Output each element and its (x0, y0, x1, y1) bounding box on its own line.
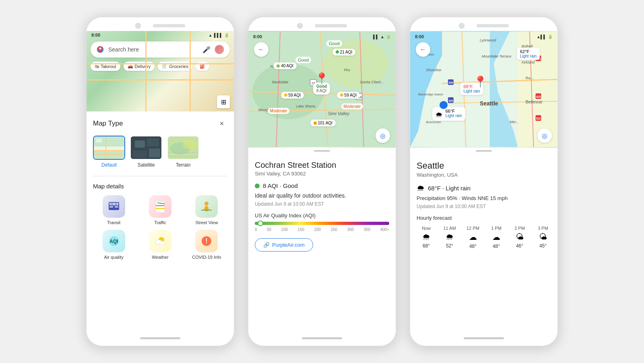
svg-text:Bardsdale: Bardsdale (272, 80, 288, 84)
map-type-satellite[interactable]: Satellite (130, 136, 162, 168)
aqi-dot (336, 50, 339, 54)
phone-2-speaker (315, 24, 347, 27)
detail-airquality[interactable]: AQI Air quality (93, 230, 134, 260)
location-address: Simi Valley, CA 93062 (255, 171, 389, 177)
detail-transit[interactable]: Transit (93, 195, 134, 225)
svg-rect-3 (94, 146, 125, 151)
status-icons: ▲ ▌▌▌ 🔋 (208, 33, 229, 37)
purpleair-link[interactable]: 🔗 PurpleAir.com (255, 238, 313, 252)
weather-badge-62: 62°F Light rain (517, 47, 540, 60)
hourly-time: 11 AM (443, 226, 456, 231)
aqi-scale: 0 50 100 150 200 250 300 350 400+ (255, 227, 389, 232)
hourly-item-2: 12 PM ☁ 48° (463, 226, 483, 249)
hourly-weather-icon: ☁ (469, 232, 477, 242)
scroll-bar-3 (476, 150, 492, 152)
hourly-weather-icon: ☁ (492, 232, 500, 242)
mic-icon[interactable]: 🎤 (202, 46, 211, 54)
hourly-time: 1 PM (491, 226, 502, 231)
hourly-item-4: 2 PM 🌤 46° (510, 226, 529, 249)
satellite-thumb-bg (131, 136, 161, 159)
aqi-status-dot (255, 184, 260, 188)
svg-text:Bainbridge Island: Bainbridge Island (418, 93, 443, 96)
location-pin-2: 📍 (315, 72, 329, 85)
aqi-bar-marker (258, 221, 263, 226)
status-bar-1: 8:00 ▲ ▌▌▌ 🔋 (87, 31, 234, 39)
map-details-grid: Transit Traffic (93, 195, 227, 260)
signal-icon-2: ▌▌ (373, 35, 379, 39)
svg-text:Lake Sherw...: Lake Sherw... (296, 104, 318, 108)
map-type-default[interactable]: Default (93, 136, 125, 168)
hourly-temp: 68° (423, 243, 430, 249)
aqi-badge-59-l: 59 AQI (281, 92, 304, 99)
close-button[interactable]: × (216, 118, 227, 129)
hourly-temp: 46° (516, 243, 523, 249)
aqi-value: 8 AQI · Good (263, 182, 298, 189)
svg-rect-8 (135, 140, 145, 148)
map-preview: 8:00 ▲ ▌▌▌ 🔋 Search here 🎤 (87, 31, 234, 111)
scale-150: 150 (297, 227, 304, 232)
aqi-badge-59-r: 59 AQI (337, 92, 360, 99)
locate-button-3[interactable]: ◎ (537, 128, 552, 143)
weather-icon-bg (149, 230, 171, 252)
search-input[interactable]: Search here (108, 46, 198, 53)
divider (93, 176, 227, 176)
terrain-label: Terrain (176, 162, 191, 168)
back-button-3[interactable]: ← (416, 42, 430, 57)
svg-text:305: 305 (448, 99, 453, 102)
scale-100: 100 (281, 227, 288, 232)
map-type-sheet: Map Type × (87, 111, 234, 333)
aqi-updated: Updated Jun 9 at 10:00 AM EST (255, 201, 389, 207)
scroll-indicator-3 (410, 148, 557, 154)
aqi-section-label: US Air Quality Index (AQI) (255, 212, 389, 219)
locate-button-2[interactable]: ◎ (376, 128, 390, 143)
weather-map: 305 305 405 405 522 Lynnwood Bothell Suq… (410, 31, 557, 148)
weather-current-row: 🌧 68°F · Light rain (417, 184, 551, 193)
svg-text:Shoreline: Shoreline (426, 68, 442, 72)
aqi-status-row: 8 AQI · Good (255, 182, 389, 189)
hourly-forecast-scroll[interactable]: Now 🌧 68° 11 AM 🌧 52° 12 PM ☁ 48° 1 PM ☁… (417, 226, 551, 252)
time-display: 8:00 (91, 33, 100, 37)
hourly-weather-icon: 🌤 (539, 232, 547, 241)
phone-1: 8:00 ▲ ▌▌▌ 🔋 Search here 🎤 (86, 16, 235, 346)
detail-weather[interactable]: Weather (139, 230, 181, 260)
hourly-item-1: 11 AM 🌧 52° (440, 226, 459, 249)
battery-icon: 🔋 (224, 33, 229, 37)
status-bar-3: 8:00 ▲▌▌ 🔋 (410, 33, 557, 41)
svg-rect-20 (114, 204, 118, 204)
aqi-59r-text: 59 AQI (345, 93, 357, 97)
detail-streetview[interactable]: Street View (186, 195, 227, 225)
back-button-2[interactable]: ← (254, 42, 268, 57)
svg-rect-11 (149, 148, 160, 157)
svg-text:Seattle: Seattle (480, 100, 498, 107)
signal-icon-3: ▲▌▌ (537, 35, 546, 39)
terrain-thumb (167, 136, 199, 160)
phone-1-top (87, 17, 234, 31)
phone-3-top (410, 17, 557, 31)
wifi-icon: ▲ (208, 33, 213, 37)
map-layers-button[interactable]: ⊞ (217, 95, 230, 108)
home-bar-3 (464, 337, 504, 339)
city-name: Seattle (417, 161, 551, 171)
default-thumb-bg (94, 136, 124, 159)
transit-label: Transit (107, 220, 120, 225)
scroll-indicator-2 (248, 148, 396, 154)
aqi-40-text: 40 AQI (281, 64, 293, 68)
detail-covid[interactable]: ! COVID-19 Info (186, 230, 227, 260)
takeout-icon: 🛍 (95, 64, 99, 69)
scale-0: 0 (255, 227, 257, 232)
map-type-terrain[interactable]: Terrain (167, 136, 199, 168)
user-avatar[interactable] (215, 45, 224, 54)
default-thumb (93, 136, 125, 160)
svg-text:Simi Valley: Simi Valley (328, 111, 350, 116)
aqi-description: Ideal air quality for outdoor activities… (255, 192, 389, 199)
road (145, 31, 147, 111)
home-bar-2 (302, 337, 342, 339)
purpleair-label: PurpleAir.com (272, 242, 305, 248)
phone-2-content: 23 118 Bardsdale Fillmore Castaic Piru S… (248, 31, 396, 333)
hourly-temp: 52° (446, 243, 453, 249)
svg-rect-22 (115, 206, 118, 208)
detail-traffic[interactable]: Traffic (139, 195, 181, 225)
search-bar[interactable]: Search here 🎤 (91, 41, 230, 58)
air-quality-map: 23 118 Bardsdale Fillmore Castaic Piru S… (248, 31, 396, 148)
svg-rect-21 (109, 206, 113, 208)
